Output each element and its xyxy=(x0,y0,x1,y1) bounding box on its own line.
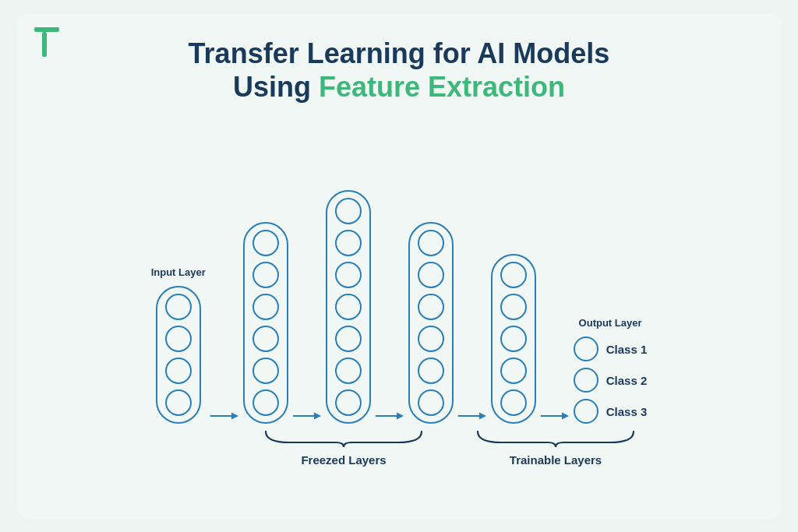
svg-marker-7 xyxy=(397,413,404,420)
neuron xyxy=(418,262,444,288)
neuron xyxy=(165,389,192,416)
neuron xyxy=(500,262,527,288)
hidden-layer-2-neurons xyxy=(326,190,371,424)
input-layer-label: Input Layer xyxy=(151,266,206,280)
neuron xyxy=(335,198,362,224)
main-container: Transfer Learning for AI Models Using Fe… xyxy=(17,13,781,520)
arrow-4 xyxy=(458,408,486,424)
logo xyxy=(34,27,59,55)
arrow-1 xyxy=(210,408,238,424)
neuron xyxy=(252,294,279,320)
neuron xyxy=(418,294,444,320)
neuron xyxy=(418,358,444,384)
neuron xyxy=(252,358,279,384)
neuron xyxy=(165,294,192,320)
neuron xyxy=(418,230,444,256)
neuron xyxy=(165,358,192,384)
neuron xyxy=(335,230,362,256)
trainable-label: Trainable Layers xyxy=(510,453,602,467)
svg-rect-1 xyxy=(42,32,47,57)
neuron xyxy=(335,358,362,384)
svg-marker-9 xyxy=(479,413,486,420)
hidden-layer-1-neurons xyxy=(243,222,288,424)
class-label-1: Class 1 xyxy=(606,343,648,356)
neuron xyxy=(335,326,362,352)
svg-rect-0 xyxy=(34,27,59,32)
input-layer-group: Input Layer xyxy=(151,266,206,424)
neuron xyxy=(252,326,279,352)
svg-marker-11 xyxy=(562,413,569,420)
frozen-brace-section: Freezed Layers xyxy=(258,428,429,467)
hidden-layer-3 xyxy=(408,196,454,424)
arrow-5 xyxy=(541,408,569,424)
output-layer-label: Output Layer xyxy=(579,317,642,330)
output-neuron-1 xyxy=(574,336,598,361)
title-block: Transfer Learning for AI Models Using Fe… xyxy=(189,37,610,104)
output-neuron-2 xyxy=(574,368,598,393)
frozen-label: Freezed Layers xyxy=(301,453,386,467)
class-label-3: Class 3 xyxy=(606,405,648,418)
neuron xyxy=(418,326,444,352)
output-layer-group: Output Layer Class 1 Class 2 xyxy=(574,317,648,424)
hidden-layer-2 xyxy=(326,164,371,424)
input-layer-neurons xyxy=(156,286,201,424)
diagram: Input Layer xyxy=(48,135,750,496)
output-row-3: Class 3 xyxy=(574,399,648,424)
layers-row: Input Layer xyxy=(48,164,750,424)
output-neuron-3 xyxy=(574,399,598,424)
hidden-layer-4-neurons xyxy=(491,254,536,424)
neuron xyxy=(335,294,362,320)
arrow-3 xyxy=(376,408,404,424)
svg-marker-3 xyxy=(231,413,238,420)
arrow-2 xyxy=(293,408,321,424)
output-row-2: Class 2 xyxy=(574,368,648,393)
hidden-layer-3-neurons xyxy=(408,222,454,424)
neuron xyxy=(252,230,279,256)
hidden-layer-1 xyxy=(243,196,288,424)
neuron xyxy=(165,326,192,352)
hidden-layer-4 xyxy=(491,227,536,424)
svg-marker-5 xyxy=(314,413,321,420)
neuron xyxy=(500,326,527,352)
class-label-2: Class 2 xyxy=(606,374,648,387)
title-line1: Transfer Learning for AI Models xyxy=(189,37,610,69)
title-line2-normal: Using xyxy=(233,71,319,103)
title-highlight: Feature Extraction xyxy=(319,71,565,103)
output-row-1: Class 1 xyxy=(574,336,648,361)
neuron xyxy=(500,358,527,384)
trainable-brace-section: Trainable Layers xyxy=(470,428,641,467)
neuron xyxy=(335,389,362,416)
neuron xyxy=(252,262,279,288)
neuron xyxy=(500,389,527,416)
neuron xyxy=(500,294,527,320)
neuron xyxy=(418,389,444,416)
neuron xyxy=(335,262,362,288)
neuron xyxy=(252,389,279,416)
